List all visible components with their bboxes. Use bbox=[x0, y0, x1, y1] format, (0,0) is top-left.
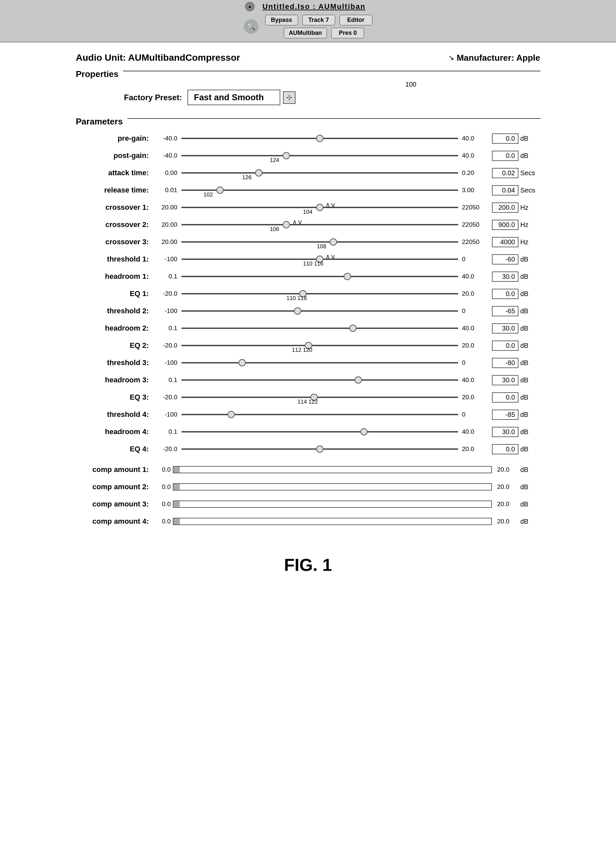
param-row-8: headroom 1: 0.1 40.0 30.0 dB bbox=[76, 270, 540, 283]
slider-knob-3[interactable] bbox=[216, 186, 223, 194]
param-value-18[interactable]: 0.0 bbox=[492, 444, 518, 454]
slider-track-5[interactable]: 106 ∧∨ bbox=[182, 224, 458, 225]
slider-track-7[interactable]: 110 116 ∧∨ bbox=[182, 259, 458, 260]
comp-bar-3[interactable] bbox=[173, 518, 492, 525]
slider-track-16[interactable] bbox=[182, 414, 458, 415]
slider-knob-0[interactable] bbox=[316, 135, 323, 142]
param-unit-8: dB bbox=[521, 273, 540, 280]
param-value-5[interactable]: 900.0 bbox=[492, 220, 518, 230]
slider-min-13: -100 bbox=[154, 359, 177, 366]
param-unit-0: dB bbox=[521, 135, 540, 142]
slider-max-2: 0.20 bbox=[462, 169, 489, 177]
param-value-9[interactable]: 0.0 bbox=[492, 289, 518, 299]
comp-bar-1[interactable] bbox=[173, 483, 492, 490]
param-unit-5: Hz bbox=[521, 221, 540, 229]
slider-knob-1[interactable] bbox=[283, 152, 290, 159]
slider-track-17[interactable] bbox=[182, 431, 458, 432]
slider-area-7[interactable]: -100 110 116 ∧∨ 0 bbox=[154, 256, 489, 263]
param-value-14[interactable]: 30.0 bbox=[492, 375, 518, 385]
comp-bar-fill-3 bbox=[174, 518, 180, 524]
slider-area-8[interactable]: 0.1 40.0 bbox=[154, 273, 489, 280]
slider-track-10[interactable] bbox=[182, 310, 458, 312]
slider-track-11[interactable] bbox=[182, 328, 458, 329]
slider-area-6[interactable]: 20.00 108 22050 bbox=[154, 238, 489, 246]
param-unit-12: dB bbox=[521, 342, 540, 350]
slider-track-12[interactable]: 112 120 bbox=[182, 345, 458, 346]
param-row-15: EQ 3: -20.0 114 122 20.0 0.0 dB bbox=[76, 390, 540, 404]
slider-knob-14[interactable] bbox=[355, 376, 362, 384]
slider-track-6[interactable]: 108 bbox=[182, 241, 458, 243]
slider-area-13[interactable]: -100 0 bbox=[154, 359, 489, 366]
param-value-3[interactable]: 0.04 bbox=[492, 185, 518, 195]
slider-knob-8[interactable] bbox=[344, 273, 351, 280]
slider-area-3[interactable]: 0.01 102 3.00 bbox=[154, 186, 489, 194]
comp-bar-0[interactable] bbox=[173, 466, 492, 473]
slider-area-15[interactable]: -20.0 114 122 20.0 bbox=[154, 394, 489, 401]
slider-area-10[interactable]: -100 0 bbox=[154, 307, 489, 315]
param-value-2[interactable]: 0.02 bbox=[492, 168, 518, 178]
slider-area-17[interactable]: 0.1 40.0 bbox=[154, 428, 489, 435]
param-value-16[interactable]: -85 bbox=[492, 410, 518, 420]
slider-area-12[interactable]: -20.0 112 120 20.0 bbox=[154, 342, 489, 349]
param-value-1[interactable]: 0.0 bbox=[492, 151, 518, 161]
search-icon[interactable]: 🔍 bbox=[244, 19, 258, 34]
slider-area-11[interactable]: 0.1 40.0 bbox=[154, 325, 489, 332]
aumultiban-button[interactable]: AUMultiban bbox=[284, 28, 327, 39]
window-close-button[interactable]: ● bbox=[245, 2, 254, 11]
param-value-13[interactable]: -80 bbox=[492, 358, 518, 368]
properties-section-label: Properties bbox=[76, 69, 119, 79]
slider-knob-4[interactable] bbox=[316, 204, 323, 211]
slider-track-8[interactable] bbox=[182, 276, 458, 277]
preset-arrow-button[interactable]: ⊹ bbox=[283, 91, 296, 104]
slider-track-0[interactable] bbox=[182, 138, 458, 139]
slider-area-4[interactable]: 20.00 104 ∧∨ 22050 bbox=[154, 204, 489, 211]
slider-area-2[interactable]: 0.00 126 0.20 bbox=[154, 169, 489, 177]
slider-track-9[interactable]: 110 118 bbox=[182, 293, 458, 294]
slider-area-14[interactable]: 0.1 40.0 bbox=[154, 376, 489, 384]
slider-area-9[interactable]: -20.0 110 118 20.0 bbox=[154, 290, 489, 297]
slider-area-0[interactable]: -40.0 40.0 bbox=[154, 135, 489, 142]
slider-track-4[interactable]: 104 ∧∨ bbox=[182, 207, 458, 208]
comp-max-3: 20.0 bbox=[497, 518, 517, 525]
param-value-17[interactable]: 30.0 bbox=[492, 427, 518, 437]
comp-rows: comp amount 1: 0.0 20.0 dB comp amount 2… bbox=[76, 463, 540, 529]
bypass-button[interactable]: Bypass bbox=[265, 15, 298, 25]
param-row-5: crossover 2: 20.00 106 ∧∨ 22050 900.0 Hz bbox=[76, 218, 540, 232]
slider-knob-17[interactable] bbox=[360, 428, 368, 435]
pres-button[interactable]: Pres 0 bbox=[331, 28, 364, 39]
slider-track-15[interactable]: 114 122 bbox=[182, 397, 458, 398]
slider-knob-5[interactable] bbox=[283, 221, 290, 228]
slider-knob-10[interactable] bbox=[294, 307, 301, 315]
param-value-10[interactable]: -65 bbox=[492, 306, 518, 316]
slider-area-16[interactable]: -100 0 bbox=[154, 411, 489, 418]
editor-button[interactable]: Editor bbox=[339, 15, 372, 25]
slider-knob-18[interactable] bbox=[316, 445, 323, 453]
param-value-0[interactable]: 0.0 bbox=[492, 133, 518, 144]
slider-knob-6[interactable] bbox=[330, 238, 337, 246]
param-label-9: EQ 1: bbox=[76, 289, 149, 298]
param-value-15[interactable]: 0.0 bbox=[492, 392, 518, 402]
slider-area-5[interactable]: 20.00 106 ∧∨ 22050 bbox=[154, 221, 489, 228]
preset-value[interactable]: Fast and Smooth bbox=[187, 89, 280, 105]
slider-track-1[interactable]: 124 bbox=[182, 155, 458, 156]
param-value-12[interactable]: 0.0 bbox=[492, 341, 518, 351]
slider-area-1[interactable]: -40.0 124 40.0 bbox=[154, 152, 489, 159]
param-label-1: post-gain: bbox=[76, 151, 149, 160]
slider-track-18[interactable] bbox=[182, 448, 458, 450]
param-value-4[interactable]: 200.0 bbox=[492, 203, 518, 213]
param-value-7[interactable]: -60 bbox=[492, 254, 518, 265]
slider-track-3[interactable]: 102 bbox=[182, 189, 458, 191]
slider-track-2[interactable]: 126 bbox=[182, 172, 458, 174]
slider-knob-13[interactable] bbox=[238, 359, 246, 366]
slider-knob-11[interactable] bbox=[349, 325, 357, 332]
track-button[interactable]: Track 7 bbox=[302, 15, 335, 25]
param-value-11[interactable]: 30.0 bbox=[492, 323, 518, 334]
slider-knob-16[interactable] bbox=[228, 411, 235, 418]
slider-knob-2[interactable] bbox=[255, 169, 262, 177]
slider-track-13[interactable] bbox=[182, 362, 458, 363]
comp-bar-2[interactable] bbox=[173, 500, 492, 508]
param-value-8[interactable]: 30.0 bbox=[492, 271, 518, 282]
param-value-6[interactable]: 4000 bbox=[492, 237, 518, 247]
slider-area-18[interactable]: -20.0 20.0 bbox=[154, 445, 489, 453]
slider-track-14[interactable] bbox=[182, 379, 458, 381]
